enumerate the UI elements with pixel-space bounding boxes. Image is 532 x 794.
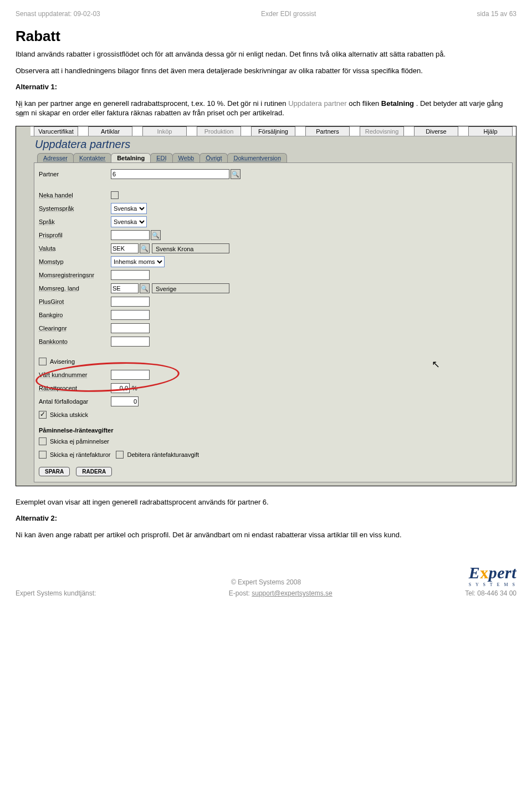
momsreg-label: Momsregistreringsnr bbox=[39, 272, 111, 278]
menu-item-artiklar[interactable]: Artiklar bbox=[88, 126, 132, 136]
remind2-label: Skicka ej räntefakturor bbox=[50, 451, 110, 458]
prisprofil-search-icon[interactable]: 🔍 bbox=[151, 230, 161, 240]
screen-title: Uppdatera partners bbox=[30, 136, 516, 153]
prisprofil-label: Prisprofil bbox=[39, 232, 111, 238]
alt1-text-b: och fliken bbox=[349, 99, 381, 108]
remind1-label: Skicka ej påminnelser bbox=[50, 438, 109, 445]
footer-left: Expert Systems kundtjänst: bbox=[16, 589, 96, 597]
header-page: sida 15 av 63 bbox=[477, 10, 516, 18]
valuta-input[interactable] bbox=[111, 243, 139, 253]
partner-search-icon[interactable]: 🔍 bbox=[231, 169, 241, 179]
clearing-label: Clearingnr bbox=[39, 325, 111, 332]
plusgirot-label: PlusGirot bbox=[39, 298, 111, 305]
valuta-search-icon[interactable]: 🔍 bbox=[140, 243, 150, 253]
menu-item-försäljning[interactable]: Försäljning bbox=[251, 126, 295, 136]
kundnr-label: Vårt kundnummer bbox=[39, 371, 111, 378]
remind2-checkbox[interactable] bbox=[39, 451, 47, 459]
subtab-edi[interactable]: EDI bbox=[150, 153, 172, 162]
valuta-label: Valuta bbox=[39, 245, 111, 252]
neka-checkbox[interactable] bbox=[111, 191, 119, 199]
list-icon[interactable]: ≣ bbox=[18, 110, 24, 119]
subtab-bar: AdresserKontakterBetalningEDIWebbÖvrigtD… bbox=[34, 153, 516, 162]
alt2-heading: Alternativ 2: bbox=[16, 513, 516, 523]
momsland-input[interactable] bbox=[111, 283, 139, 293]
menu-item-redovisning[interactable]: Redovisning bbox=[360, 126, 404, 136]
button-bar: SPARA RADERA bbox=[39, 467, 508, 476]
doc-header: Senast uppdaterat: 09-02-03 Exder EDI gr… bbox=[16, 10, 516, 18]
logo-sub: S Y S T E M S bbox=[469, 582, 516, 587]
logo-pert: pert bbox=[489, 563, 516, 582]
rabatt-label: Rabattprocent bbox=[39, 385, 111, 391]
paragraph-alt1: Ni kan per partner ange en generell radr… bbox=[16, 99, 516, 118]
momstyp-label: Momstyp bbox=[39, 258, 111, 265]
remind3-checkbox[interactable] bbox=[116, 451, 124, 459]
syslang-label: Systemspråk bbox=[39, 205, 111, 212]
utskick-checkbox[interactable] bbox=[39, 411, 47, 419]
reminder-heading: Påminnelse-/ränteavgifter bbox=[39, 427, 508, 434]
momsland-search-icon[interactable]: 🔍 bbox=[140, 283, 150, 293]
utskick-label: Skicka utskick bbox=[50, 411, 88, 418]
main-menu-bar: VarucertifikatArtiklarInköpProduktionFör… bbox=[30, 126, 516, 136]
alt1-heading: Alternativ 1: bbox=[16, 82, 516, 92]
home-icon[interactable]: ⌂ bbox=[18, 101, 24, 110]
footer-right: Tel: 08-446 34 00 bbox=[465, 589, 516, 597]
bankgiro-label: Bankgiro bbox=[39, 312, 111, 318]
remind3-label: Debitera räntefakturaavgift bbox=[127, 451, 199, 458]
subtab-webb[interactable]: Webb bbox=[172, 153, 201, 162]
paragraph-after1: Exemplet ovan visar att ingen generell r… bbox=[16, 497, 516, 507]
paragraph-note: Observera att i handledningens bilagor f… bbox=[16, 66, 516, 76]
alt1-text-a: Ni kan per partner ange en generell radr… bbox=[16, 99, 288, 108]
doc-footer: Expert S Y S T E M S © Expert Systems 20… bbox=[16, 578, 516, 597]
logo-e: E bbox=[469, 563, 480, 582]
subtab-övrigt[interactable]: Övrigt bbox=[200, 153, 228, 162]
momsreg-input[interactable] bbox=[111, 270, 150, 280]
header-updated: Senast uppdaterat: 09-02-03 bbox=[16, 10, 100, 18]
subtab-adresser[interactable]: Adresser bbox=[37, 153, 74, 162]
menu-item-inköp[interactable]: Inköp bbox=[142, 126, 187, 136]
footer-mid: E-post: support@expertsystems.se bbox=[229, 589, 332, 597]
kundnr-input[interactable] bbox=[111, 370, 150, 380]
menu-item-produktion[interactable]: Produktion bbox=[197, 126, 241, 136]
bankgiro-input[interactable] bbox=[111, 310, 150, 320]
menu-item-varucertifikat[interactable]: Varucertifikat bbox=[34, 126, 78, 136]
momsland-name: Sverige bbox=[152, 283, 229, 293]
sidebar-icons: ⌂ ≣ bbox=[18, 101, 24, 119]
rabatt-input[interactable] bbox=[111, 383, 130, 393]
footer-mid-prefix: E-post: bbox=[229, 589, 252, 597]
bankkonto-input[interactable] bbox=[111, 337, 150, 347]
neka-label: Neka handel bbox=[39, 192, 111, 198]
header-title: Exder EDI grossist bbox=[261, 10, 316, 18]
bankkonto-label: Bankkonto bbox=[39, 338, 111, 345]
subtab-kontakter[interactable]: Kontakter bbox=[73, 153, 111, 162]
page-title: Rabatt bbox=[16, 28, 516, 45]
plusgirot-input[interactable] bbox=[111, 297, 150, 307]
prisprofil-input[interactable] bbox=[111, 230, 150, 240]
alt1-tab-name: Betalning bbox=[381, 99, 414, 108]
menu-item-hjälp[interactable]: Hjälp bbox=[468, 126, 513, 136]
form-panel: Partner 🔍 Neka handel Systemspråk Svensk… bbox=[34, 162, 513, 482]
app-window: ⌂ ≣ VarucertifikatArtiklarInköpProduktio… bbox=[16, 126, 516, 486]
avisering-checkbox[interactable] bbox=[39, 358, 47, 365]
valuta-name: Svensk Krona bbox=[152, 243, 229, 253]
footer-email-link[interactable]: support@expertsystems.se bbox=[252, 589, 332, 597]
alt1-routine-link: Uppdatera partner bbox=[288, 99, 347, 108]
paragraph-intro: Ibland används rabatter i grossistflödet… bbox=[16, 49, 516, 59]
partner-input[interactable] bbox=[111, 169, 229, 179]
save-button[interactable]: SPARA bbox=[39, 467, 70, 476]
syslang-select[interactable]: Svenska bbox=[111, 203, 147, 214]
clearing-input[interactable] bbox=[111, 323, 150, 333]
remind1-checkbox[interactable] bbox=[39, 437, 47, 445]
momsland-label: Momsreg. land bbox=[39, 285, 111, 292]
forfallo-input[interactable] bbox=[111, 396, 139, 406]
lang-select[interactable]: Svenska bbox=[111, 216, 147, 227]
menu-item-partners[interactable]: Partners bbox=[305, 126, 350, 136]
subtab-dokumentversion[interactable]: Dokumentversion bbox=[227, 153, 287, 162]
rabatt-unit: % bbox=[132, 385, 137, 391]
avisering-label: Avisering bbox=[50, 358, 75, 365]
subtab-betalning[interactable]: Betalning bbox=[111, 153, 151, 162]
momstyp-select[interactable]: Inhemsk moms bbox=[111, 256, 165, 267]
logo-x: x bbox=[480, 563, 489, 582]
menu-item-diverse[interactable]: Diverse bbox=[414, 126, 458, 136]
forfallo-label: Antal förfallodagar bbox=[39, 398, 111, 405]
delete-button[interactable]: RADERA bbox=[76, 467, 112, 476]
